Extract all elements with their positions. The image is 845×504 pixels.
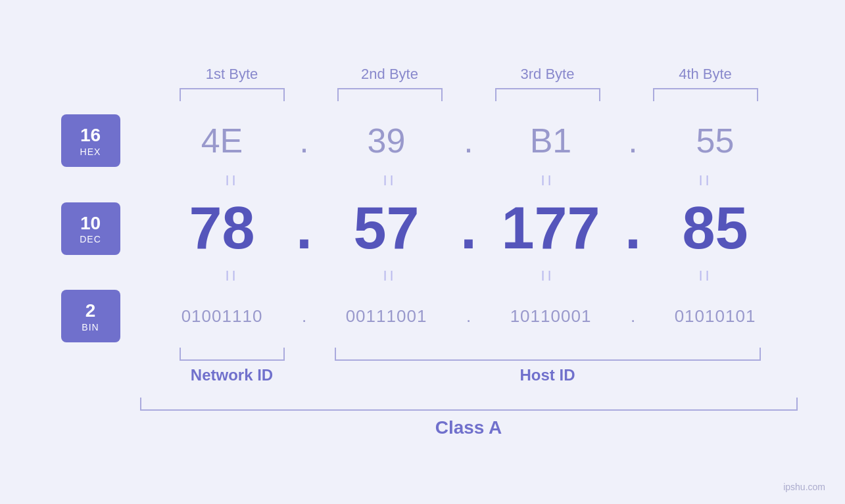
bottom-section: Network ID Host ID — [61, 348, 785, 384]
bin-values: 01001110 . 00111001 . 10110001 . 0101010… — [153, 306, 785, 327]
bin-dot-3: . — [620, 306, 646, 327]
network-bracket-area: Network ID — [153, 348, 311, 384]
byte-header-2: 2nd Byte — [311, 66, 469, 83]
host-bracket-line — [335, 348, 761, 361]
dec-dot-2: . — [456, 195, 482, 262]
host-bracket-area: Host ID — [311, 348, 785, 384]
top-bracket-line-1 — [180, 88, 285, 101]
byte-header-1: 1st Byte — [153, 66, 311, 83]
hex-value-3: B1 — [482, 121, 620, 160]
hex-dot-1: . — [291, 121, 318, 160]
parallel-2-2: II — [311, 267, 469, 285]
dec-badge: 10 DEC — [61, 202, 120, 255]
hex-base-label: HEX — [80, 147, 101, 157]
class-a-label: Class A — [435, 417, 502, 438]
dec-base-label: DEC — [80, 234, 101, 244]
dec-row: 10 DEC 78 . 57 . 177 . 85 — [61, 195, 785, 262]
dec-value-1: 78 — [153, 195, 291, 262]
parallel-1-3: II — [469, 172, 627, 189]
hex-base-number: 16 — [80, 124, 101, 147]
top-bracket-2 — [311, 88, 469, 101]
hex-badge: 16 HEX — [61, 114, 120, 167]
parallel-2-4: II — [627, 267, 785, 285]
hex-value-1: 4E — [153, 121, 291, 160]
top-bracket-3 — [469, 88, 627, 101]
top-bracket-line-3 — [495, 88, 600, 101]
hex-values: 4E . 39 . B1 . 55 — [153, 121, 785, 160]
brackets-labels: Network ID Host ID — [153, 348, 785, 384]
top-bracket-1 — [153, 88, 311, 101]
bin-dot-2: . — [456, 306, 482, 327]
hex-value-4: 55 — [646, 121, 785, 160]
class-bracket-line — [140, 398, 798, 411]
dec-value-3: 177 — [482, 195, 620, 262]
bin-row: 2 BIN 01001110 . 00111001 . 10110001 . — [61, 290, 785, 342]
parallel-1-4: II — [627, 172, 785, 189]
dec-dot-3: . — [620, 195, 646, 262]
bin-value-2: 00111001 — [318, 306, 456, 327]
top-brackets-row — [61, 88, 785, 101]
dec-value-2: 57 — [318, 195, 456, 262]
host-id-label: Host ID — [520, 366, 575, 384]
parallel-1-2: II — [311, 172, 469, 189]
bin-base-label: BIN — [82, 322, 99, 332]
dec-values: 78 . 57 . 177 . 85 — [153, 195, 785, 262]
parallel-2-3: II — [469, 267, 627, 285]
hex-dot-2: . — [456, 121, 482, 160]
dec-dot-1: . — [291, 195, 318, 262]
dec-value-4: 85 — [646, 195, 785, 262]
top-bracket-line-4 — [653, 88, 758, 101]
dec-base-number: 10 — [80, 212, 101, 235]
byte-headers-row: 1st Byte 2nd Byte 3rd Byte 4th Byte — [61, 66, 785, 83]
top-bracket-line-2 — [337, 88, 443, 101]
parallel-row-1: II II II II — [61, 172, 785, 189]
bin-value-3: 10110001 — [482, 306, 620, 327]
parallel-1-1: II — [153, 172, 311, 189]
parallel-2-1: II — [153, 267, 311, 285]
parallel-row-2: II II II II — [61, 267, 785, 285]
main-container: 1st Byte 2nd Byte 3rd Byte 4th Byte 16 H… — [61, 66, 785, 438]
hex-row: 16 HEX 4E . 39 . B1 . 55 — [61, 114, 785, 167]
network-id-label: Network ID — [191, 366, 273, 384]
bin-value-4: 01010101 — [646, 306, 785, 327]
hex-dot-3: . — [620, 121, 646, 160]
top-bracket-4 — [627, 88, 785, 101]
bin-dot-1: . — [291, 306, 318, 327]
bin-value-1: 01001110 — [153, 306, 291, 327]
bin-base-number: 2 — [85, 300, 96, 322]
byte-header-3: 3rd Byte — [469, 66, 627, 83]
network-bracket-line — [180, 348, 285, 361]
class-section: Class A — [61, 398, 785, 438]
watermark: ipshu.com — [783, 482, 825, 492]
hex-value-2: 39 — [318, 121, 456, 160]
byte-header-4: 4th Byte — [627, 66, 785, 83]
bin-badge: 2 BIN — [61, 290, 120, 342]
